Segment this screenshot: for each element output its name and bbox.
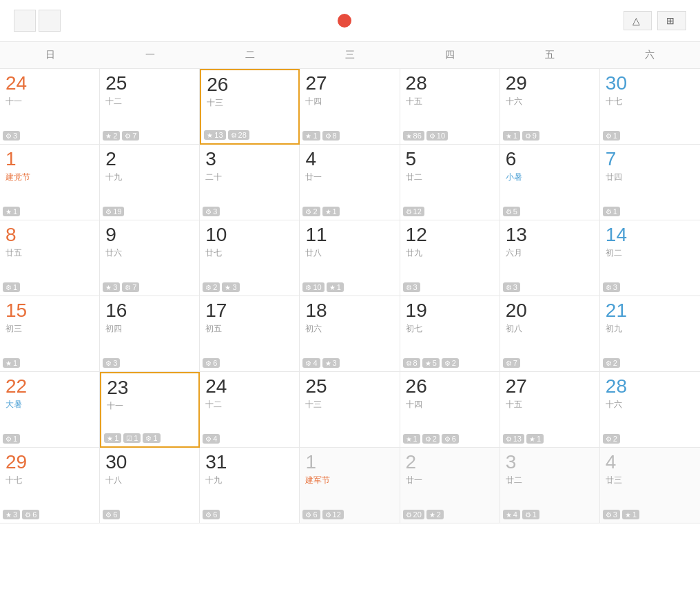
day-cell[interactable]: 9廿六★3⚙7 bbox=[100, 220, 200, 296]
day-number: 16 bbox=[105, 300, 194, 322]
badge-icon: ⚙ bbox=[506, 284, 512, 291]
badge: ★1 bbox=[302, 131, 320, 141]
day-lunar: 建军节 bbox=[305, 475, 393, 486]
day-badges: ⚙3 bbox=[3, 131, 96, 141]
badge: ⚙8 bbox=[403, 358, 420, 368]
day-cell[interactable]: 13六月⚙3 bbox=[500, 220, 600, 296]
day-cell[interactable]: 23十一★1☑1⚙1 bbox=[100, 372, 200, 448]
day-number: 21 bbox=[606, 300, 694, 322]
badge-icon: ⚙ bbox=[305, 360, 311, 367]
day-number: 6 bbox=[506, 149, 594, 170]
day-badges: ★2⚙7 bbox=[103, 131, 196, 141]
day-number: 25 bbox=[105, 73, 194, 94]
badge-icon: ⚙ bbox=[6, 435, 12, 443]
badge: ⚙1 bbox=[522, 510, 539, 519]
badge: ★1 bbox=[327, 282, 344, 292]
weekday-cell: 一 bbox=[100, 42, 200, 68]
day-cell[interactable]: 27十五⚙13★1 bbox=[500, 372, 600, 448]
day-lunar: 十九 bbox=[105, 172, 194, 183]
day-number: 4 bbox=[305, 149, 393, 170]
day-cell[interactable]: 1建党节★1 bbox=[0, 145, 100, 220]
day-cell[interactable]: 25十二★2⚙7 bbox=[100, 69, 200, 145]
day-lunar: 十二 bbox=[205, 399, 294, 411]
day-number: 13 bbox=[506, 225, 594, 246]
day-cell[interactable]: 7廿四⚙1 bbox=[600, 145, 700, 220]
day-cell[interactable]: 22大暑⚙1 bbox=[0, 372, 100, 448]
day-number: 23 bbox=[107, 377, 193, 399]
return-today-icon: △ bbox=[632, 15, 640, 26]
day-cell[interactable]: 6小暑⚙5 bbox=[500, 145, 600, 220]
day-lunar: 六月 bbox=[506, 247, 594, 259]
day-cell[interactable]: 14初二⚙3 bbox=[600, 220, 700, 296]
nav-buttons bbox=[14, 10, 61, 32]
day-cell[interactable]: 24十二⚙4 bbox=[200, 372, 300, 448]
day-cell[interactable]: 12廿九⚙3 bbox=[400, 220, 500, 296]
day-cell[interactable]: 8廿五⚙1 bbox=[0, 220, 100, 296]
day-cell[interactable]: 4廿三⚙3★1 bbox=[600, 448, 700, 523]
prev-month-button[interactable] bbox=[14, 10, 36, 32]
day-number: 29 bbox=[506, 73, 594, 94]
day-badges: ⚙8★5⚙2 bbox=[403, 358, 497, 368]
badge: ★1 bbox=[622, 510, 639, 519]
day-cell[interactable]: 30十八⚙6 bbox=[100, 448, 200, 523]
day-cell[interactable]: 25十三 bbox=[300, 372, 400, 448]
day-cell[interactable]: 4廿一⚙2★1 bbox=[300, 145, 400, 220]
day-cell[interactable]: 2廿一⚙20★2 bbox=[400, 448, 500, 523]
lunar-icon bbox=[338, 14, 351, 28]
badge: ⚙12 bbox=[322, 510, 344, 519]
day-cell[interactable]: 11廿八⚙10★1 bbox=[300, 220, 400, 296]
day-badges: ★1⚙8 bbox=[302, 131, 396, 141]
day-cell[interactable]: 31十九⚙6 bbox=[200, 448, 300, 523]
badge: ⚙2 bbox=[203, 282, 220, 292]
day-number: 12 bbox=[406, 225, 494, 246]
day-cell[interactable]: 30十七⚙1 bbox=[600, 69, 700, 145]
day-cell[interactable]: 2十九⚙19 bbox=[100, 145, 200, 220]
day-cell[interactable]: 26十四★1⚙2⚙6 bbox=[400, 372, 500, 448]
badge-icon: ★ bbox=[406, 435, 412, 443]
badge: ⚙2 bbox=[603, 358, 620, 368]
day-lunar: 廿五 bbox=[6, 247, 94, 259]
day-cell[interactable]: 16初四⚙3 bbox=[100, 296, 200, 372]
day-lunar: 初九 bbox=[606, 323, 694, 335]
day-number: 27 bbox=[506, 376, 594, 397]
weekday-cell: 六 bbox=[600, 42, 700, 68]
day-cell[interactable]: 5廿二⚙12 bbox=[400, 145, 500, 220]
day-cell[interactable]: 29十七★3⚙6 bbox=[0, 448, 100, 523]
day-cell[interactable]: 17初五⚙6 bbox=[200, 296, 300, 372]
day-cell[interactable]: 19初七⚙8★5⚙2 bbox=[400, 296, 500, 372]
stats-button[interactable]: ⊞ bbox=[657, 11, 686, 30]
day-cell[interactable]: 29十六★1⚙9 bbox=[500, 69, 600, 145]
day-cell[interactable]: 27十四★1⚙8 bbox=[300, 69, 400, 145]
badge-icon: ⚙ bbox=[125, 132, 131, 140]
badge: ⚙3 bbox=[3, 131, 20, 141]
day-cell[interactable]: 24十一⚙3 bbox=[0, 69, 100, 145]
day-cell[interactable]: 3二十⚙3 bbox=[200, 145, 300, 220]
day-cell[interactable]: 3廿二★4⚙1 bbox=[500, 448, 600, 523]
day-cell[interactable]: 10廿七⚙2★3 bbox=[200, 220, 300, 296]
day-badges: ★3⚙7 bbox=[103, 282, 196, 292]
day-lunar: 初五 bbox=[205, 323, 294, 335]
badge-icon: ⚙ bbox=[406, 208, 412, 216]
day-cell[interactable]: 1建军节⚙6⚙12 bbox=[300, 448, 400, 523]
next-month-button[interactable] bbox=[39, 10, 61, 32]
return-today-button[interactable]: △ bbox=[624, 11, 652, 30]
badge-icon: ⚙ bbox=[525, 132, 531, 140]
day-cell[interactable]: 21初九⚙2 bbox=[600, 296, 700, 372]
day-lunar: 十七 bbox=[606, 96, 694, 107]
calendar-grid: 日一二三四五六 24十一⚙325十二★2⚙726十三★13⚙2827十四★1⚙8… bbox=[0, 41, 700, 523]
day-badges: ⚙3 bbox=[403, 282, 497, 292]
badge-icon: ⚙ bbox=[205, 208, 212, 216]
badge-icon: ⚙ bbox=[444, 435, 451, 443]
day-cell[interactable]: 28十六⚙2 bbox=[600, 372, 700, 448]
day-lunar: 廿一 bbox=[305, 172, 393, 183]
day-cell[interactable]: 18初六⚙4★3 bbox=[300, 296, 400, 372]
day-cell[interactable]: 26十三★13⚙28 bbox=[200, 69, 300, 145]
badge-icon: ⚙ bbox=[406, 511, 412, 519]
day-cell[interactable]: 20初八⚙7 bbox=[500, 296, 600, 372]
day-cell[interactable]: 15初三★1 bbox=[0, 296, 100, 372]
badge-icon: ⚙ bbox=[105, 511, 112, 519]
badge: ⚙7 bbox=[122, 131, 139, 141]
day-lunar: 初三 bbox=[6, 323, 94, 335]
day-cell[interactable]: 28十五★86⚙10 bbox=[400, 69, 500, 145]
badge-icon: ★ bbox=[6, 360, 12, 367]
